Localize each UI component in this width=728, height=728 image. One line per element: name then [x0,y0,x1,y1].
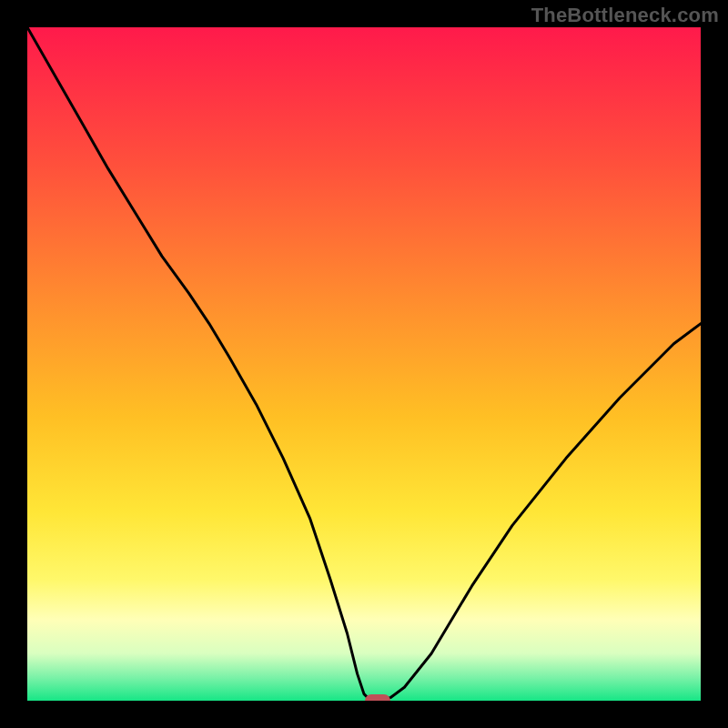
optimal-marker [365,694,390,701]
watermark-text: TheBottleneck.com [531,4,719,27]
plot-area [27,27,701,701]
chart-frame: TheBottleneck.com [0,0,728,728]
gradient-background [27,27,701,701]
plot-svg [27,27,701,701]
